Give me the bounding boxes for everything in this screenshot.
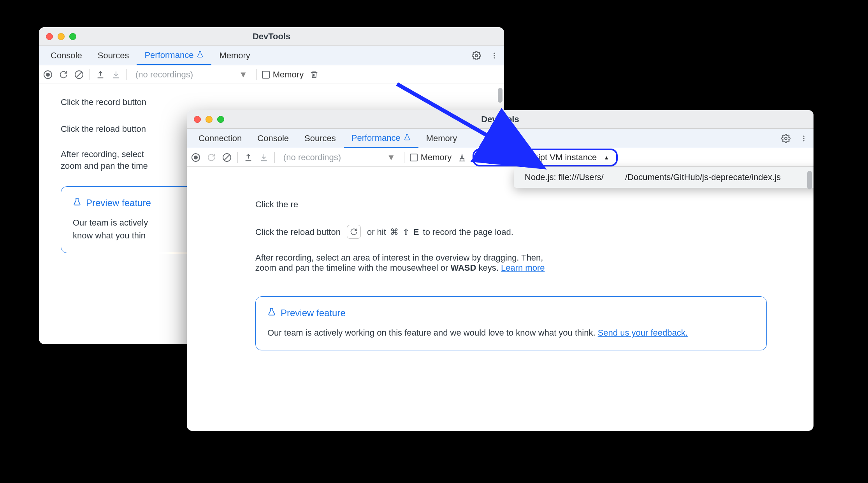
reload-icon[interactable] — [206, 152, 216, 163]
more-icon[interactable] — [489, 51, 499, 61]
vm-instance-select[interactable]: Select JavaScript VM instance ▲ — [473, 149, 618, 166]
tab-performance[interactable]: Performance — [344, 129, 418, 148]
record-icon[interactable] — [43, 70, 53, 80]
tab-sources[interactable]: Sources — [297, 129, 344, 148]
divider — [404, 152, 404, 163]
trash-icon[interactable] — [309, 70, 319, 80]
window-title: DevTools — [481, 114, 519, 124]
preview-card-title: Preview feature — [281, 308, 346, 318]
learn-more-link[interactable]: Learn more — [501, 263, 545, 273]
performance-content: Click the re Click the reload button or … — [187, 167, 814, 358]
svg-point-2 — [494, 55, 495, 56]
download-icon[interactable] — [111, 70, 121, 80]
tab-label: Connection — [199, 133, 242, 144]
svg-point-8 — [803, 135, 804, 136]
svg-point-7 — [785, 137, 787, 140]
scrollbar[interactable] — [807, 171, 812, 189]
svg-point-10 — [803, 140, 804, 141]
feedback-link[interactable]: Send us your feedback. — [598, 328, 688, 338]
tab-memory[interactable]: Memory — [418, 129, 465, 148]
shift-key: ⇧ — [402, 226, 409, 238]
tab-label: Console — [257, 133, 289, 144]
tab-label: Performance — [144, 50, 193, 60]
performance-toolbar: (no recordings) ▼ Memory — [39, 65, 504, 84]
tab-label: Memory — [426, 133, 457, 144]
tab-console[interactable]: Console — [250, 129, 297, 148]
tab-label: Performance — [351, 133, 401, 143]
hint-line: Click the reload button or hit ⌘ ⇧ E to … — [255, 225, 767, 239]
record-icon[interactable] — [191, 152, 201, 163]
memory-checkbox-group: Memory — [262, 70, 304, 80]
chevron-up-icon: ▲ — [604, 154, 609, 161]
tab-connection[interactable]: Connection — [191, 129, 250, 148]
tab-label: Console — [51, 51, 82, 61]
tab-label: Sources — [98, 51, 129, 61]
tab-memory[interactable]: Memory — [211, 46, 258, 65]
cmd-key: ⌘ — [390, 226, 399, 238]
clear-icon[interactable] — [74, 70, 84, 80]
flask-icon — [404, 133, 411, 143]
preview-feature-card: Preview feature Our team is actively wor… — [255, 296, 767, 350]
divider — [90, 69, 90, 80]
svg-point-1 — [494, 52, 495, 54]
memory-checkbox-label: Memory — [273, 70, 304, 80]
memory-checkbox-label: Memory — [421, 152, 452, 163]
svg-point-3 — [494, 57, 495, 58]
zoom-window-button[interactable] — [217, 116, 224, 123]
flask-icon — [267, 308, 276, 318]
recording-select[interactable]: (no recordings) ▼ — [280, 152, 399, 163]
zoom-window-button[interactable] — [69, 33, 76, 40]
preview-card-body: Our team is actively working on this fea… — [267, 326, 755, 339]
gear-icon[interactable] — [471, 51, 481, 61]
clear-icon[interactable] — [222, 152, 232, 163]
tabbar: Console Sources Performance Memory — [39, 46, 504, 65]
recording-select[interactable]: (no recordings) ▼ — [132, 70, 251, 80]
memory-checkbox[interactable] — [262, 71, 270, 79]
reload-key-icon — [347, 225, 361, 239]
hint-line: After recording, select an area of inter… — [255, 253, 767, 273]
tabbar: Connection Console Sources Performance M… — [187, 129, 814, 148]
gear-icon[interactable] — [781, 133, 791, 144]
scrollbar[interactable] — [498, 88, 503, 103]
traffic-lights — [39, 33, 76, 40]
upload-icon[interactable] — [95, 70, 105, 80]
recording-select-label: (no recordings) — [135, 70, 193, 80]
more-icon[interactable] — [799, 133, 809, 144]
minimize-window-button[interactable] — [58, 33, 65, 40]
divider — [237, 152, 238, 163]
divider — [256, 69, 257, 80]
tab-label: Sources — [304, 133, 336, 144]
titlebar[interactable]: DevTools — [187, 110, 814, 129]
titlebar[interactable]: DevTools — [39, 27, 504, 46]
recording-select-label: (no recordings) — [283, 152, 341, 163]
wasd-label: WASD — [450, 263, 476, 273]
memory-checkbox[interactable] — [410, 154, 418, 161]
chevron-down-icon: ▼ — [239, 70, 248, 80]
devtools-window-front: DevTools Connection Console Sources Perf… — [187, 110, 814, 431]
cleanup-icon[interactable] — [457, 152, 467, 163]
preview-card-header: Preview feature — [267, 308, 755, 318]
hint-line: Click the record button — [61, 96, 482, 108]
vm-instance-label: Select JavaScript VM instance — [481, 152, 597, 163]
download-icon[interactable] — [259, 152, 269, 163]
flask-icon — [73, 198, 81, 208]
tab-console[interactable]: Console — [43, 46, 90, 65]
tab-sources[interactable]: Sources — [90, 46, 137, 65]
hint-line: Click the re — [255, 198, 767, 211]
memory-checkbox-group: Memory — [410, 152, 452, 163]
svg-point-5 — [46, 73, 50, 77]
divider — [127, 69, 127, 80]
close-window-button[interactable] — [46, 33, 53, 40]
svg-point-12 — [194, 156, 198, 159]
svg-point-9 — [803, 138, 804, 139]
close-window-button[interactable] — [194, 116, 201, 123]
performance-toolbar: (no recordings) ▼ Memory Select JavaScri… — [187, 148, 814, 167]
minimize-window-button[interactable] — [206, 116, 213, 123]
tab-label: Memory — [219, 51, 250, 61]
key-letter: E — [413, 226, 419, 238]
reload-icon[interactable] — [58, 70, 69, 80]
flask-icon — [197, 50, 204, 60]
window-title: DevTools — [253, 32, 290, 42]
tab-performance[interactable]: Performance — [137, 46, 211, 65]
upload-icon[interactable] — [243, 152, 253, 163]
